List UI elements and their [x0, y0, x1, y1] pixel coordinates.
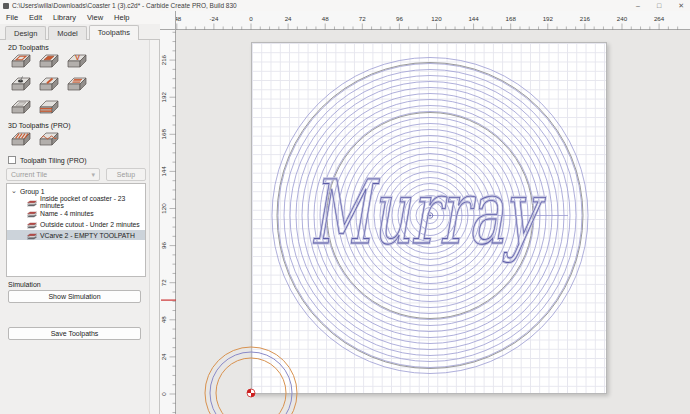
svg-text:24: 24	[160, 353, 167, 360]
menu-edit[interactable]: Edit	[29, 13, 42, 22]
save-toolpaths-button[interactable]: Save Toolpaths	[8, 327, 141, 340]
toolpath-tree: ⌄ Group 1 Inside pocket of coaster - 23 …	[6, 183, 146, 277]
toolpath-tiling-label: Toolpath Tiling (PRO)	[20, 157, 87, 164]
tab-toolpaths[interactable]: Toolpaths	[89, 25, 139, 40]
toolpath-item-outside-cutout[interactable]: Outside cutout - Under 2 minutes	[7, 219, 145, 229]
toolpath-layers-icon	[27, 231, 37, 240]
menu-file[interactable]: File	[6, 13, 18, 22]
svg-text:216: 216	[160, 54, 167, 65]
toolpath-item-vcarve2[interactable]: VCarve 2 - EMPTY TOOLPATH	[7, 230, 145, 240]
keyhole-toolpath-icon[interactable]	[38, 99, 62, 118]
toolpaths-panel: 2D Toolpaths V 3D Toolpaths (PRO) Toolpa…	[0, 40, 149, 414]
svg-text:V: V	[75, 53, 80, 62]
svg-text:192: 192	[160, 91, 167, 102]
design-canvas[interactable]: MurrayMurray	[176, 30, 690, 414]
maximize-button[interactable]: □	[657, 0, 661, 11]
advanced-vcarve-toolpath-icon[interactable]	[38, 76, 62, 95]
svg-text:-24: -24	[209, 15, 219, 22]
svg-text:240: 240	[617, 15, 628, 22]
panel-scrollbar[interactable]	[149, 40, 160, 414]
ruler-position-marker	[161, 300, 176, 301]
3d-toolpaths-label: 3D Toolpaths (PRO)	[8, 122, 71, 129]
svg-text:120: 120	[431, 15, 442, 22]
svg-text:216: 216	[580, 15, 591, 22]
setup-button[interactable]: Setup	[106, 168, 146, 181]
engraving-text[interactable]: Murray	[310, 161, 546, 264]
engrave-toolpath-icon[interactable]	[10, 99, 34, 118]
toolpath-group-label: Group 1	[20, 188, 45, 195]
svg-text:96: 96	[160, 242, 167, 249]
svg-text:24: 24	[285, 15, 292, 22]
svg-text:264: 264	[654, 15, 665, 22]
svg-text:144: 144	[160, 166, 167, 177]
window-title: C:\Users\willa\Downloads\Coaster 1 (3).c…	[12, 2, 237, 9]
app-icon	[3, 3, 9, 9]
menu-view[interactable]: View	[87, 13, 103, 22]
chevron-down-icon: ▾	[91, 171, 95, 179]
vcarve-toolpath-icon[interactable]: V	[66, 53, 90, 72]
ruler-corner	[160, 11, 176, 30]
close-button[interactable]: ✕	[678, 0, 684, 11]
toolpath-item-inside-pocket[interactable]: Inside pocket of coaster - 23 minutes	[7, 197, 145, 207]
toolpath-layers-icon	[27, 220, 37, 229]
svg-text:0: 0	[249, 15, 253, 22]
current-tile-value: Current Tile	[11, 171, 47, 178]
vertical-ruler: 024487296120144168192216	[160, 30, 176, 414]
simulation-label: Simulation	[8, 281, 41, 288]
svg-text:48: 48	[160, 316, 167, 323]
pocket-toolpath-icon[interactable]	[38, 53, 62, 72]
menu-help[interactable]: Help	[114, 13, 129, 22]
menu-library[interactable]: Library	[53, 13, 76, 22]
current-tile-select[interactable]: Current Tile ▾	[6, 168, 100, 181]
tab-design[interactable]: Design	[5, 26, 46, 40]
toolpath-item-label: VCarve 2 - EMPTY TOOLPATH	[40, 232, 135, 239]
svg-text:0: 0	[160, 392, 167, 396]
toolpath-tiling-checkbox[interactable]	[8, 156, 16, 164]
toolpath-layers-icon	[27, 209, 37, 218]
collapse-caret-icon[interactable]: ⌄	[11, 187, 17, 195]
minimize-button[interactable]: –	[636, 0, 640, 11]
svg-text:168: 168	[160, 129, 167, 140]
title-bar: C:\Users\willa\Downloads\Coaster 1 (3).c…	[0, 0, 690, 11]
toolpath-tiling-row: Toolpath Tiling (PRO)	[8, 156, 87, 164]
job-origin-marker[interactable]	[247, 389, 255, 397]
svg-text:96: 96	[396, 15, 403, 22]
2d-toolpaths-label: 2D Toolpaths	[8, 44, 49, 51]
svg-text:-48: -48	[176, 15, 182, 22]
tile-row: Current Tile ▾ Setup	[6, 168, 146, 181]
finish-toolpath-icon[interactable]	[38, 131, 62, 150]
svg-text:168: 168	[506, 15, 517, 22]
svg-text:144: 144	[468, 15, 479, 22]
svg-text:120: 120	[160, 203, 167, 214]
drill-toolpath-icon[interactable]	[10, 76, 34, 95]
contour-toolpath-icon[interactable]	[10, 53, 34, 72]
menu-bar: File Edit Library View Help	[0, 11, 160, 24]
svg-text:72: 72	[160, 279, 167, 286]
origin-circles[interactable]	[205, 347, 297, 414]
svg-text:192: 192	[543, 15, 554, 22]
toolpath-item-label: Outside cutout - Under 2 minutes	[40, 221, 140, 228]
carbide-create-window: C:\Users\willa\Downloads\Coaster 1 (3).c…	[0, 0, 690, 414]
toolpath-item-label: Name - 4 minutes	[40, 210, 94, 217]
rough-toolpath-icon[interactable]	[10, 131, 34, 150]
texture-toolpath-icon[interactable]	[66, 76, 90, 95]
svg-text:48: 48	[322, 15, 329, 22]
toolpath-item-name[interactable]: Name - 4 minutes	[7, 208, 145, 218]
svg-text:72: 72	[359, 15, 366, 22]
toolpath-layers-icon	[27, 198, 37, 207]
toolpath-item-label: Inside pocket of coaster - 23 minutes	[40, 195, 145, 209]
tab-model[interactable]: Model	[48, 26, 86, 40]
show-simulation-button[interactable]: Show Simulation	[8, 290, 141, 303]
main-tabs: Design Model Toolpaths	[0, 24, 160, 40]
horizontal-ruler: -48-24024487296120144168192216240264	[176, 11, 690, 30]
